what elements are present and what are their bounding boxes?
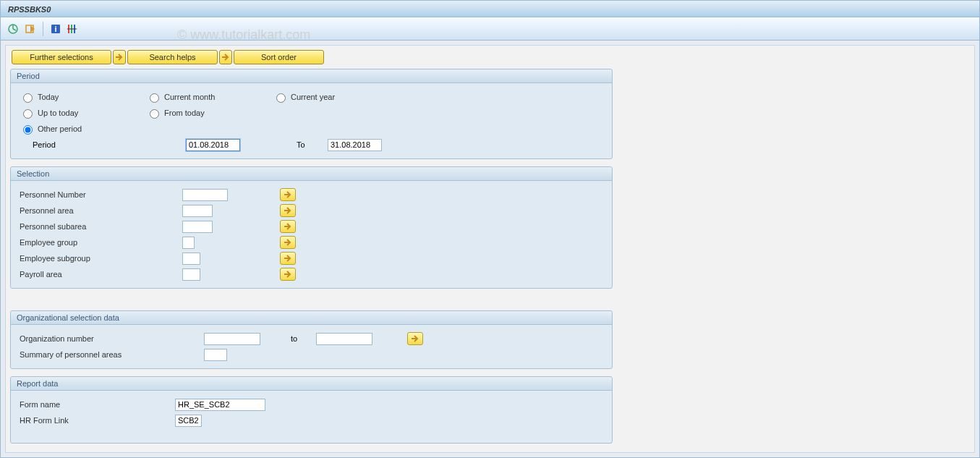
sort-order-button[interactable]: Sort order (234, 50, 324, 64)
selection-input[interactable] (182, 237, 195, 249)
summary-label: Summary of personnel areas (20, 350, 204, 359)
separator (43, 22, 43, 36)
period-from-input[interactable] (186, 139, 240, 151)
selection-label: Personnel subarea (20, 222, 182, 231)
top-buttons: Further selections Search helps Sort ord… (12, 50, 970, 64)
selection-group: Selection Personnel NumberPersonnel area… (10, 166, 613, 289)
execute-icon[interactable] (7, 22, 20, 35)
selection-label: Employee group (20, 238, 182, 247)
multi-selection-button[interactable] (280, 268, 296, 281)
svg-line-2 (13, 29, 16, 30)
radio-current-month[interactable]: Current month (146, 91, 273, 103)
period-label: Period (20, 140, 186, 149)
selection-row: Payroll area (20, 266, 603, 282)
radio-from-today[interactable]: From today (146, 107, 273, 119)
org-to-label: to (291, 334, 316, 343)
selection-input[interactable] (182, 253, 200, 265)
selection-header: Selection (11, 167, 612, 181)
selection-input[interactable] (182, 189, 228, 201)
multi-selection-button[interactable] (280, 236, 296, 249)
period-group: Period Today Current month Current year … (10, 69, 613, 159)
sort-order-label: Sort order (261, 53, 297, 62)
selection-label: Personnel Number (20, 190, 182, 199)
org-structure-icon[interactable] (67, 22, 80, 35)
period-to-label: To (297, 140, 322, 149)
summary-input[interactable] (204, 349, 227, 361)
radio-other-period[interactable]: Other period (20, 123, 146, 135)
search-helps-label: Search helps (149, 53, 195, 62)
selection-input[interactable] (182, 268, 200, 281)
multi-selection-button[interactable] (280, 204, 296, 217)
org-header: Organizational selection data (11, 311, 612, 325)
selection-row: Personnel area (20, 203, 603, 219)
report-header: Report data (11, 377, 612, 391)
selection-label: Employee subgroup (20, 254, 182, 263)
selection-row: Employee group (20, 234, 603, 250)
radio-today[interactable]: Today (20, 91, 146, 103)
info-icon[interactable]: i (49, 22, 62, 35)
app-toolbar: i (0, 17, 980, 41)
form-name-label: Form name (20, 400, 175, 409)
org-number-label: Organization number (20, 334, 204, 343)
selection-label: Payroll area (20, 270, 182, 279)
period-header: Period (11, 69, 612, 83)
period-to-input[interactable] (328, 139, 382, 151)
search-helps-arrow[interactable] (113, 50, 126, 64)
sort-order-arrow[interactable] (219, 50, 232, 64)
radio-current-year[interactable]: Current year (273, 91, 399, 103)
org-number-to-input[interactable] (316, 333, 372, 345)
hr-link-label: HR Form Link (20, 416, 175, 425)
page-title: RPSSBKS0 (8, 5, 51, 14)
selection-row: Employee subgroup (20, 250, 603, 266)
get-variant-icon[interactable] (24, 22, 37, 35)
report-group: Report data Form name HR Form Link (10, 376, 613, 444)
multi-selection-button[interactable] (280, 252, 296, 265)
selection-input[interactable] (182, 221, 213, 233)
radio-up-to-today[interactable]: Up to today (20, 107, 146, 119)
title-bar: RPSSBKS0 (0, 0, 980, 17)
selection-label: Personnel area (20, 206, 182, 215)
content-area: Further selections Search helps Sort ord… (0, 41, 980, 458)
hr-link-input[interactable] (175, 415, 202, 427)
selection-row: Personnel subarea (20, 219, 603, 234)
svg-text:i: i (54, 25, 56, 33)
further-selections-label: Further selections (30, 53, 93, 62)
org-number-multi-button[interactable] (407, 332, 423, 345)
org-number-from-input[interactable] (204, 333, 260, 345)
selection-input[interactable] (182, 205, 213, 217)
org-group: Organizational selection data Organizati… (10, 310, 613, 369)
form-name-input[interactable] (175, 399, 265, 411)
further-selections-button[interactable]: Further selections (12, 50, 111, 64)
search-helps-button[interactable]: Search helps (127, 50, 218, 64)
selection-row: Personnel Number (20, 187, 603, 203)
multi-selection-button[interactable] (280, 188, 296, 201)
multi-selection-button[interactable] (280, 220, 296, 233)
scroll-body: Further selections Search helps Sort ord… (5, 45, 975, 453)
